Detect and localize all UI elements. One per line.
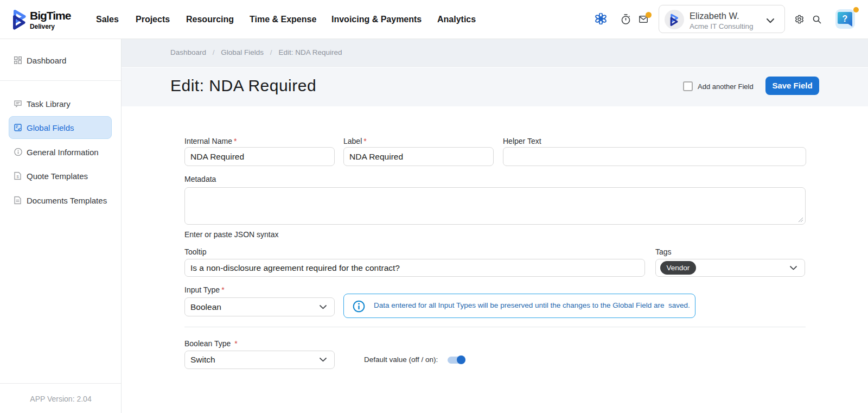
svg-text:$: $ [16, 174, 19, 179]
svg-text:?: ? [843, 14, 848, 23]
